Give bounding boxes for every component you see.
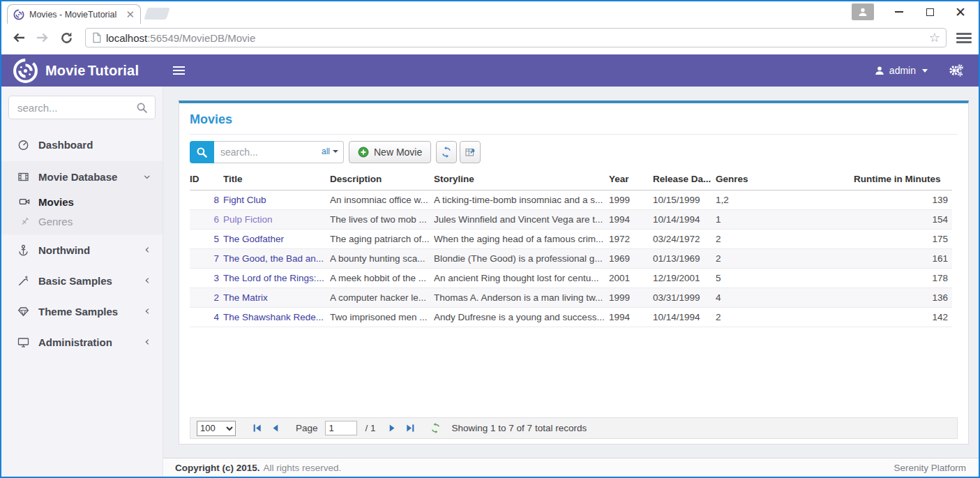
movie-database-section: Movie Database Movies Genres	[1, 161, 163, 234]
new-movie-button[interactable]: New Movie	[349, 141, 431, 163]
row-year: 1969	[609, 249, 653, 269]
url-bar[interactable]: localhost:56549/MovieDB/Movie ☆	[85, 28, 947, 47]
row-runtime: 139	[854, 191, 952, 210]
row-release-date: 10/14/1994	[653, 210, 716, 230]
column-header-year[interactable]: Year	[609, 170, 653, 191]
sidebar-item-genres[interactable]: Genres	[1, 211, 163, 231]
row-release-date: 12/19/2001	[653, 269, 716, 288]
quick-search-button[interactable]	[190, 141, 214, 163]
table-row[interactable]: 7 The Good, the Bad an... A bounty hunti…	[190, 249, 952, 269]
column-header-genres[interactable]: Genres	[716, 170, 854, 191]
row-id-link[interactable]: 8	[213, 195, 219, 205]
row-title-link[interactable]: The Matrix	[223, 292, 268, 303]
column-header-release-date[interactable]: Release Da...	[653, 170, 716, 191]
brand[interactable]: MovieTutorial	[1, 58, 163, 84]
row-storyline: Andy Dufresne is a young and success...	[434, 308, 609, 327]
back-icon[interactable]	[10, 29, 28, 47]
refresh-icon	[441, 147, 452, 158]
sidebar-toggle-hamburger-icon[interactable]	[173, 66, 185, 75]
row-description: The aging patriarch of...	[330, 230, 434, 249]
movies-panel: Movies all	[179, 100, 969, 445]
column-header-runtime[interactable]: Runtime in Minutes	[854, 170, 952, 191]
table-row[interactable]: 8 Fight Club An insomniac office w... A …	[190, 191, 952, 210]
url-host: localhost	[106, 32, 147, 44]
row-title-link[interactable]: Fight Club	[223, 195, 266, 205]
row-description: A meek hobbit of the ...	[330, 269, 434, 288]
row-release-date: 10/15/1999	[653, 191, 716, 210]
browser-tab[interactable]: Movies - MovieTutorial ✕	[7, 4, 141, 24]
table-row[interactable]: 6 Pulp Fiction The lives of two mob ... …	[190, 210, 952, 230]
row-id-link[interactable]: 6	[213, 214, 219, 225]
window-maximize-button[interactable]	[914, 1, 945, 22]
settings-cogs-icon[interactable]	[949, 64, 963, 77]
tab-close-icon[interactable]: ✕	[126, 9, 135, 20]
user-menu[interactable]: admin	[875, 65, 928, 76]
sidebar-item-dashboard[interactable]: Dashboard	[1, 129, 163, 160]
row-storyline: A ticking-time-bomb insomniac and a s...	[434, 191, 609, 210]
row-id-link[interactable]: 7	[213, 253, 219, 264]
sidebar-item-movie-database[interactable]: Movie Database	[1, 161, 163, 192]
row-title-link[interactable]: The Lord of the Rings:...	[223, 273, 324, 283]
column-header-storyline[interactable]: Storyline	[434, 170, 609, 191]
column-header-id[interactable]: ID	[190, 170, 223, 191]
bookmark-star-icon[interactable]: ☆	[929, 30, 940, 45]
row-storyline: Blondie (The Good) is a professional g..…	[434, 249, 609, 269]
window-minimize-button[interactable]	[884, 1, 914, 22]
row-description: An insomniac office w...	[330, 191, 434, 210]
reload-icon[interactable]	[57, 29, 75, 47]
sidebar-item-basic-samples[interactable]: Basic Samples	[1, 265, 163, 296]
column-header-title[interactable]: Title	[223, 170, 330, 191]
page-size-select[interactable]: 100	[197, 421, 236, 436]
row-id-link[interactable]: 4	[213, 312, 219, 322]
anchor-icon	[16, 244, 30, 256]
plus-circle-icon	[358, 147, 369, 158]
row-id-link[interactable]: 3	[213, 273, 219, 283]
main-content-area: Movies all	[163, 87, 979, 458]
column-header-description[interactable]: Description	[330, 170, 434, 191]
row-storyline: Thomas A. Anderson is a man living tw...	[434, 288, 609, 308]
row-year: 1999	[609, 191, 653, 210]
row-description: The lives of two mob ...	[330, 210, 434, 230]
first-page-button[interactable]	[250, 421, 264, 435]
brand-text-1: Movie	[45, 63, 86, 78]
table-row[interactable]: 3 The Lord of the Rings:... A meek hobbi…	[190, 269, 952, 288]
copyright-text: Copyright (c) 2015.	[175, 463, 260, 473]
last-page-button[interactable]	[404, 421, 418, 435]
browser-profile-icon[interactable]	[852, 3, 874, 20]
table-row[interactable]: 5 The Godfather The aging patriarch of..…	[190, 230, 952, 249]
sidebar-search-input[interactable]	[8, 96, 156, 119]
sidebar-item-administration[interactable]: Administration	[1, 327, 163, 357]
platform-text: Serenity Platform	[894, 463, 966, 473]
sidebar-item-movies[interactable]: Movies	[1, 192, 163, 211]
sidebar-item-northwind[interactable]: Northwind	[1, 234, 163, 265]
row-id-link[interactable]: 2	[213, 292, 219, 303]
previous-page-button[interactable]	[268, 421, 282, 435]
gem-icon	[16, 306, 30, 318]
row-title-link[interactable]: The Godfather	[223, 234, 284, 244]
column-picker-button[interactable]	[460, 141, 481, 163]
table-row[interactable]: 4 The Shawshank Rede... Two imprisoned m…	[190, 308, 952, 327]
table-row[interactable]: 2 The Matrix A computer hacker le... Tho…	[190, 288, 952, 308]
browser-titlebar: Movies - MovieTutorial ✕ ✕	[1, 1, 979, 24]
row-release-date: 01/13/1969	[653, 249, 716, 269]
new-tab-button[interactable]	[144, 8, 170, 20]
chevron-left-icon	[143, 276, 151, 285]
refresh-grid-button[interactable]	[436, 141, 457, 163]
favicon-swirl-icon	[13, 9, 24, 20]
row-title-link[interactable]: Pulp Fiction	[223, 214, 273, 225]
row-title-link[interactable]: The Good, the Bad an...	[223, 253, 324, 264]
search-icon	[196, 147, 208, 158]
row-title-link[interactable]: The Shawshank Rede...	[223, 312, 324, 322]
row-year: 1999	[609, 288, 653, 308]
next-page-button[interactable]	[386, 421, 400, 435]
chevron-down-icon	[333, 150, 338, 153]
browser-menu-icon[interactable]	[956, 33, 972, 43]
row-genres: 2	[716, 308, 854, 327]
sidebar-item-theme-samples[interactable]: Theme Samples	[1, 296, 163, 327]
window-close-button[interactable]: ✕	[945, 1, 976, 22]
search-field-selector[interactable]: all	[322, 147, 338, 156]
pager-refresh-icon[interactable]	[430, 423, 441, 433]
page-number-input[interactable]	[325, 421, 357, 435]
row-id-link[interactable]: 5	[213, 234, 219, 244]
forward-icon[interactable]	[33, 29, 52, 47]
